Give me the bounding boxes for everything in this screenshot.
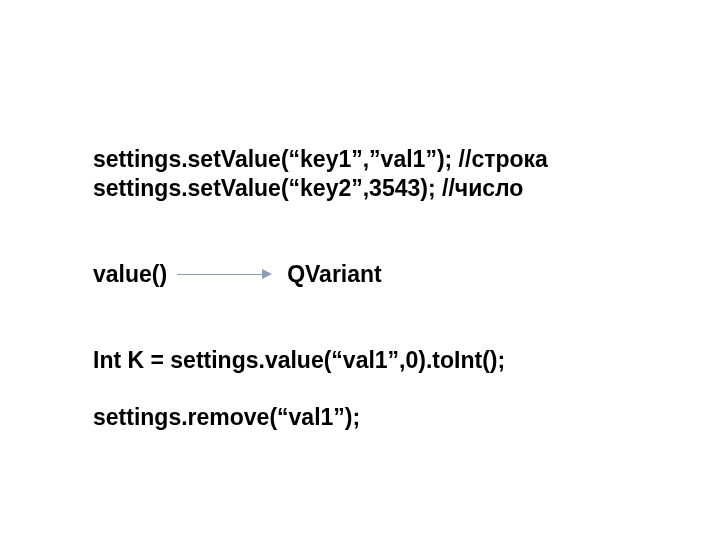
- code-block-value: Int K = settings.value(“val1”,0).toInt()…: [93, 346, 548, 375]
- qvariant-label: QVariant: [287, 261, 382, 288]
- code-line-setvalue-number: settings.setValue(“key2”,3543); //число: [93, 174, 548, 203]
- slide-content: settings.setValue(“key1”,”val1”); //стро…: [93, 145, 548, 432]
- value-to-qvariant-row: value() QVariant: [93, 261, 548, 288]
- code-line-value-toint: Int K = settings.value(“val1”,0).toInt()…: [93, 346, 548, 375]
- code-line-remove: settings.remove(“val1”);: [93, 403, 548, 432]
- value-fn-label: value(): [93, 261, 167, 288]
- arrow-icon: [177, 262, 277, 286]
- code-block-remove: settings.remove(“val1”);: [93, 403, 548, 432]
- code-line-setvalue-string: settings.setValue(“key1”,”val1”); //стро…: [93, 145, 548, 174]
